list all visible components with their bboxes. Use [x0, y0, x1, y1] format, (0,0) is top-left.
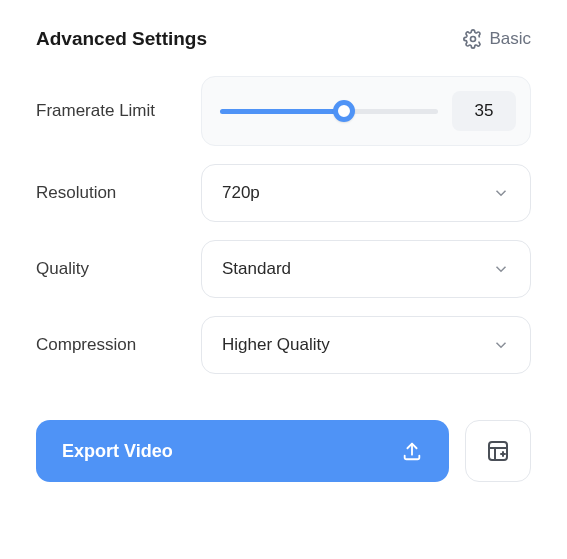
quality-select[interactable]: Standard: [201, 240, 531, 298]
mode-toggle-button[interactable]: Basic: [463, 29, 531, 49]
resolution-value: 720p: [222, 183, 260, 203]
framerate-control: 35: [201, 76, 531, 146]
framerate-value[interactable]: 35: [452, 91, 516, 131]
slider-fill: [220, 109, 344, 114]
resolution-select[interactable]: 720p: [201, 164, 531, 222]
upload-icon: [401, 440, 423, 462]
resolution-label: Resolution: [36, 183, 201, 203]
export-video-label: Export Video: [62, 441, 173, 462]
framerate-label: Framerate Limit: [36, 101, 201, 121]
gear-icon: [463, 29, 483, 49]
compression-select[interactable]: Higher Quality: [201, 316, 531, 374]
framerate-slider[interactable]: [220, 101, 438, 121]
compression-label: Compression: [36, 335, 201, 355]
compression-value: Higher Quality: [222, 335, 330, 355]
quality-label: Quality: [36, 259, 201, 279]
slider-thumb[interactable]: [333, 100, 355, 122]
layout-add-icon: [486, 439, 510, 463]
chevron-down-icon: [492, 260, 510, 278]
page-title: Advanced Settings: [36, 28, 207, 50]
chevron-down-icon: [492, 184, 510, 202]
mode-toggle-label: Basic: [489, 29, 531, 49]
chevron-down-icon: [492, 336, 510, 354]
export-video-button[interactable]: Export Video: [36, 420, 449, 482]
svg-rect-1: [489, 442, 507, 460]
quality-value: Standard: [222, 259, 291, 279]
add-layout-button[interactable]: [465, 420, 531, 482]
